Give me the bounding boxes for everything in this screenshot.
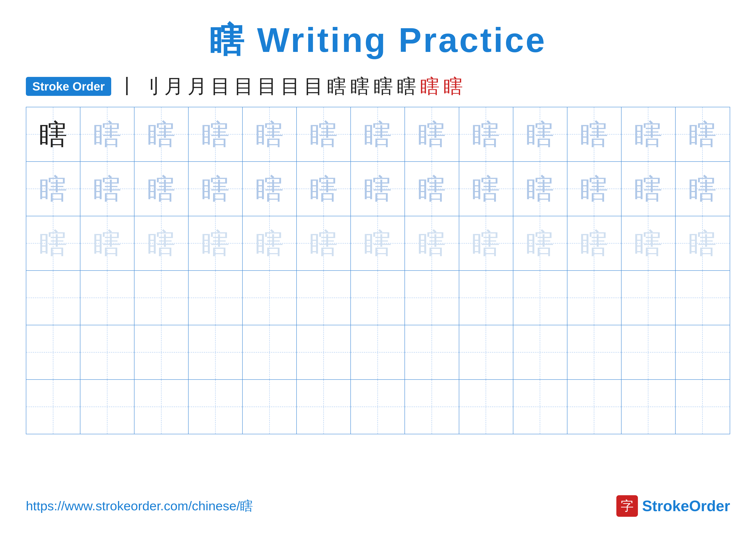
grid-cell[interactable] bbox=[622, 325, 676, 379]
grid-cell[interactable] bbox=[351, 271, 405, 325]
grid-cell[interactable]: 瞎 bbox=[513, 216, 567, 270]
stroke-step-4: 目 bbox=[211, 77, 230, 96]
grid-cell[interactable]: 瞎 bbox=[134, 216, 189, 270]
grid-cell[interactable] bbox=[676, 325, 730, 379]
grid-cell[interactable] bbox=[297, 271, 351, 325]
grid-cell[interactable]: 瞎 bbox=[351, 107, 405, 161]
grid-cell[interactable]: 瞎 bbox=[405, 107, 459, 161]
stroke-step-2: 月 bbox=[164, 77, 184, 96]
grid-cell[interactable] bbox=[676, 271, 730, 325]
grid-cell[interactable] bbox=[80, 271, 134, 325]
grid-cell[interactable]: 瞎 bbox=[189, 107, 243, 161]
grid-row-4 bbox=[26, 271, 730, 325]
grid-cell[interactable] bbox=[134, 380, 189, 434]
grid-cell[interactable] bbox=[676, 380, 730, 434]
grid-cell[interactable]: 瞎 bbox=[80, 107, 134, 161]
grid-cell[interactable]: 瞎 bbox=[26, 107, 80, 161]
footer-logo: 字 StrokeOrder bbox=[616, 495, 730, 517]
grid-cell[interactable] bbox=[80, 325, 134, 379]
grid-cell[interactable] bbox=[243, 271, 297, 325]
grid-cell[interactable] bbox=[26, 380, 80, 434]
grid-cell[interactable]: 瞎 bbox=[622, 107, 676, 161]
grid-cell[interactable] bbox=[513, 271, 567, 325]
footer-url[interactable]: https://www.strokeorder.com/chinese/瞎 bbox=[26, 497, 253, 515]
grid-row-1: 瞎 瞎 瞎 瞎 瞎 瞎 瞎 瞎 瞎 瞎 瞎 瞎 瞎 bbox=[26, 107, 730, 162]
grid-cell[interactable]: 瞎 bbox=[243, 107, 297, 161]
stroke-step-12: 瞎 bbox=[397, 77, 417, 96]
grid-cell[interactable]: 瞎 bbox=[189, 162, 243, 216]
stroke-sequence: 丨刂月月目目目目目瞎瞎瞎瞎瞎瞎 bbox=[118, 77, 730, 96]
grid-cell[interactable] bbox=[80, 380, 134, 434]
grid-cell[interactable]: 瞎 bbox=[297, 107, 351, 161]
grid-cell[interactable] bbox=[513, 325, 567, 379]
grid-cell[interactable]: 瞎 bbox=[26, 162, 80, 216]
grid-cell[interactable]: 瞎 bbox=[405, 162, 459, 216]
grid-cell[interactable]: 瞎 bbox=[243, 216, 297, 270]
stroke-step-11: 瞎 bbox=[374, 77, 393, 96]
grid-cell[interactable] bbox=[459, 380, 513, 434]
grid-cell[interactable]: 瞎 bbox=[26, 216, 80, 270]
grid-cell[interactable] bbox=[513, 380, 567, 434]
grid-cell[interactable]: 瞎 bbox=[297, 216, 351, 270]
grid-cell[interactable] bbox=[297, 325, 351, 379]
grid-cell[interactable] bbox=[405, 380, 459, 434]
grid-cell[interactable] bbox=[622, 380, 676, 434]
grid-cell[interactable] bbox=[189, 325, 243, 379]
grid-cell[interactable]: 瞎 bbox=[351, 162, 405, 216]
grid-cell[interactable]: 瞎 bbox=[134, 107, 189, 161]
grid-cell[interactable] bbox=[567, 325, 622, 379]
stroke-step-5: 目 bbox=[234, 77, 254, 96]
stroke-step-8: 目 bbox=[304, 77, 323, 96]
footer: https://www.strokeorder.com/chinese/瞎 字 … bbox=[26, 495, 730, 517]
stroke-step-13: 瞎 bbox=[420, 77, 440, 96]
grid-row-5 bbox=[26, 325, 730, 380]
grid-cell[interactable]: 瞎 bbox=[567, 216, 622, 270]
stroke-step-14: 瞎 bbox=[444, 77, 463, 96]
grid-cell[interactable]: 瞎 bbox=[459, 216, 513, 270]
grid-cell[interactable] bbox=[459, 271, 513, 325]
grid-cell[interactable]: 瞎 bbox=[622, 216, 676, 270]
grid-cell[interactable] bbox=[134, 271, 189, 325]
grid-row-6 bbox=[26, 380, 730, 434]
grid-cell[interactable]: 瞎 bbox=[513, 107, 567, 161]
stroke-step-9: 瞎 bbox=[327, 77, 346, 96]
grid-cell[interactable] bbox=[351, 325, 405, 379]
grid-row-3: 瞎 瞎 瞎 瞎 瞎 瞎 瞎 瞎 瞎 瞎 瞎 瞎 瞎 bbox=[26, 216, 730, 271]
grid-cell[interactable]: 瞎 bbox=[297, 162, 351, 216]
grid-cell[interactable] bbox=[405, 325, 459, 379]
grid-cell[interactable]: 瞎 bbox=[459, 162, 513, 216]
grid-cell[interactable] bbox=[351, 380, 405, 434]
grid-cell[interactable]: 瞎 bbox=[567, 162, 622, 216]
grid-cell[interactable]: 瞎 bbox=[676, 216, 730, 270]
grid-cell[interactable]: 瞎 bbox=[351, 216, 405, 270]
grid-cell[interactable]: 瞎 bbox=[80, 216, 134, 270]
grid-cell[interactable] bbox=[243, 380, 297, 434]
grid-cell[interactable] bbox=[243, 325, 297, 379]
grid-cell[interactable]: 瞎 bbox=[676, 107, 730, 161]
stroke-step-6: 目 bbox=[257, 77, 277, 96]
grid-cell[interactable]: 瞎 bbox=[134, 162, 189, 216]
grid-cell[interactable] bbox=[297, 380, 351, 434]
grid-cell[interactable] bbox=[134, 325, 189, 379]
grid-cell[interactable] bbox=[622, 271, 676, 325]
grid-cell[interactable]: 瞎 bbox=[405, 216, 459, 270]
logo-text: StrokeOrder bbox=[642, 497, 730, 515]
grid-cell[interactable] bbox=[567, 380, 622, 434]
page-title: 瞎 Writing Practice bbox=[26, 17, 730, 64]
grid-cell[interactable]: 瞎 bbox=[243, 162, 297, 216]
grid-cell[interactable] bbox=[189, 271, 243, 325]
grid-cell[interactable] bbox=[567, 271, 622, 325]
grid-cell[interactable]: 瞎 bbox=[459, 107, 513, 161]
grid-cell[interactable]: 瞎 bbox=[567, 107, 622, 161]
stroke-order-row: Stroke Order 丨刂月月目目目目目瞎瞎瞎瞎瞎瞎 bbox=[26, 77, 730, 96]
grid-cell[interactable]: 瞎 bbox=[513, 162, 567, 216]
grid-cell[interactable] bbox=[189, 380, 243, 434]
grid-cell[interactable]: 瞎 bbox=[676, 162, 730, 216]
grid-cell[interactable]: 瞎 bbox=[189, 216, 243, 270]
grid-cell[interactable]: 瞎 bbox=[80, 162, 134, 216]
grid-cell[interactable] bbox=[405, 271, 459, 325]
grid-cell[interactable] bbox=[26, 325, 80, 379]
grid-cell[interactable] bbox=[459, 325, 513, 379]
grid-cell[interactable]: 瞎 bbox=[622, 162, 676, 216]
grid-cell[interactable] bbox=[26, 271, 80, 325]
